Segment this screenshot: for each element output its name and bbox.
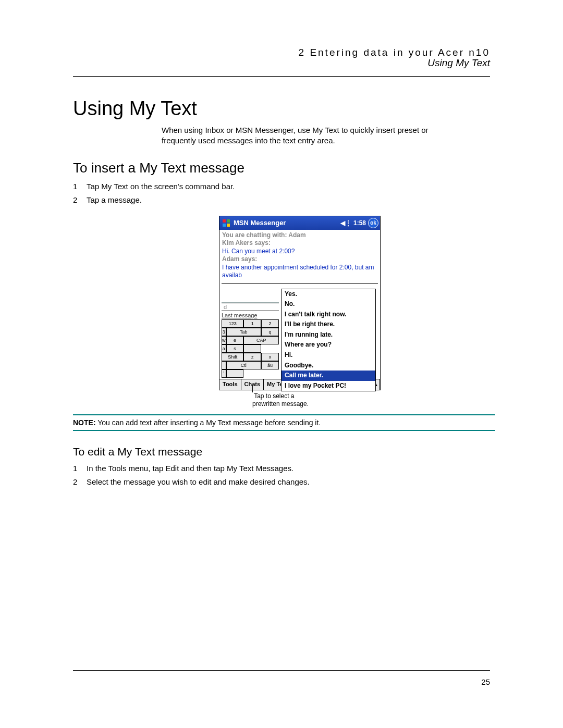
note-rule-top [73,414,495,415]
kbd-key[interactable]: áü [261,361,279,369]
mytext-item[interactable]: Yes. [282,289,375,300]
kbd-key[interactable]: s [226,344,244,353]
svg-rect-0 [223,219,226,223]
mytext-popup: Yes.No.I can't talk right now.I'll be ri… [281,289,376,392]
heading-edit: To edit a My Text message [73,446,459,458]
chapter-label: 2 Entering data in your Acer n10 [0,47,490,58]
divider [222,283,378,284]
start-flag-icon[interactable] [221,218,231,228]
page-header: 2 Entering data in your Acer n10 Using M… [0,0,563,72]
mytext-item[interactable]: I'm running late. [282,330,375,340]
step-text: Select the message you wish to edit and … [87,476,310,488]
titlebar-title: MSN Messenger [234,219,338,227]
note-text: You can add text after inserting a My Te… [97,418,321,427]
page-number: 25 [481,677,490,686]
send-hint-right: d [224,304,227,310]
kbd-key[interactable] [226,369,244,378]
mytext-item[interactable]: I can't talk right now. [282,310,375,320]
kbd-key[interactable]: 123 [222,319,243,328]
kbd-key[interactable]: ` [222,369,226,378]
cmd-tools[interactable]: Tools [219,379,241,390]
kbd-key[interactable] [222,361,226,369]
volume-icon[interactable]: ◀⋮ [340,219,351,227]
chat-sender: Adam says: [222,255,377,264]
chat-message: Hi. Can you meet at 2:00? [222,248,377,256]
steps-edit: 1In the Tools menu, tap Edit and then ta… [73,462,459,488]
mytext-item[interactable]: No. [282,299,375,310]
intro-text: When using Inbox or MSN Messenger, use M… [162,125,459,146]
soft-keyboard[interactable]: 123123TabqweCAPasShiftzxCtláü` [222,319,279,378]
ok-button[interactable]: ok [368,218,378,228]
mytext-item[interactable]: Call me later. [282,371,375,381]
svg-rect-1 [227,219,230,223]
chat-status: You are chatting with: Adam [222,231,377,240]
mytext-item[interactable]: I'll be right there. [282,319,375,330]
chat-sender: Kim Akers says: [222,239,377,248]
edit-section: To edit a My Text message 1In the Tools … [0,446,563,488]
step-number: 1 [73,462,87,475]
mytext-item[interactable]: Hi. [282,350,375,361]
mytext-item[interactable]: Where are you? [282,340,375,350]
step-text: Tap My Text on the screen's command bar. [87,180,235,193]
kbd-key[interactable]: 3 [222,328,226,336]
kbd-key[interactable]: e [226,336,244,344]
mytext-item[interactable]: Goodbye. [282,361,375,371]
steps-insert: 1Tap My Text on the screen's command bar… [73,180,459,206]
note-rule-bot [73,430,495,431]
mytext-item[interactable]: I love my Pocket PC! [282,381,375,391]
kbd-key[interactable]: a [222,344,226,353]
main-content: Using My Text When using Inbox or MSN Me… [0,77,563,408]
note-block: NOTE: You can add text after inserting a… [73,418,495,427]
svg-rect-2 [223,224,226,227]
titlebar: MSN Messenger ◀⋮ 1:58 ok [219,216,380,230]
heading-insert: To insert a My Text message [73,160,459,176]
step-number: 1 [73,180,87,193]
heading-1: Using My Text [73,97,459,120]
footer-rule [73,670,490,671]
kbd-key[interactable]: x [261,353,279,361]
kbd-key[interactable]: q [261,328,279,336]
kbd-key[interactable]: w [222,336,226,344]
step-number: 2 [73,476,87,488]
screenshot-caption: Tap to select a prewritten message. [252,392,382,408]
kbd-key[interactable]: Shift [222,353,243,361]
step-text: Tap a message. [87,194,142,206]
kbd-key[interactable]: z [243,353,261,361]
kbd-key[interactable]: 1 [243,319,261,328]
pocket-pc-screen: MSN Messenger ◀⋮ 1:58 ok You are chattin… [219,216,381,391]
device-screenshot: MSN Messenger ◀⋮ 1:58 ok You are chattin… [219,216,382,409]
send-row: d [222,303,279,311]
step-text: In the Tools menu, tap Edit and then tap… [87,462,293,475]
kbd-key[interactable]: Ctl [226,361,262,369]
clock[interactable]: 1:58 [353,219,366,227]
chat-message: I have another appointment scheduled for… [222,264,377,280]
chat-area: You are chatting with: Adam Kim Akers sa… [219,230,380,282]
kbd-key[interactable]: Tab [226,328,262,336]
step-number: 2 [73,194,87,206]
svg-rect-3 [227,224,230,227]
compose-input[interactable] [222,285,279,303]
section-label: Using My Text [0,57,490,69]
kbd-key[interactable]: CAP [243,336,279,344]
note-label: NOTE: [73,418,96,427]
kbd-key[interactable]: 2 [261,319,279,328]
kbd-key[interactable] [243,344,261,353]
